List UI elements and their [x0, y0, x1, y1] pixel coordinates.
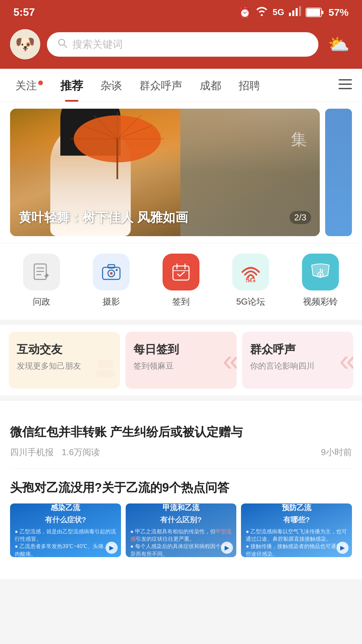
svg-rect-5	[307, 9, 320, 16]
promo-qiandao-deco: «	[223, 345, 237, 375]
img-2-bullets: ● 甲乙之流都具有相似的传染性，但甲型流感引发的症状往往更严重。 ● 每个人感染…	[130, 528, 232, 557]
search-bar[interactable]: 搜索关键词	[47, 32, 318, 57]
news-section: 微信红包并非转账 产生纠纷后或被认定赠与 四川手机报 1.6万阅读 9小时前 头…	[0, 401, 362, 579]
avatar-image: 🐶	[10, 29, 40, 59]
tab-chat[interactable]: 杂谈	[92, 69, 131, 101]
svg-rect-9	[339, 79, 352, 80]
quick-item-caolling[interactable]: 视频彩铃	[302, 254, 339, 308]
quick-item-qiandao[interactable]: 签到	[163, 254, 199, 308]
img-2-main: 有什么区别?	[160, 515, 201, 525]
wifi-icon	[256, 6, 268, 18]
promo-qiandao-sub: 签到领麻豆	[133, 361, 229, 371]
caolling-label: 视频彩铃	[303, 296, 338, 308]
alarm-icon: ⏰	[239, 6, 251, 18]
promo-cards: 互动交友 发现更多知己朋友 每日签到 签到领麻豆 « 群众呼声 你的言论影响四川…	[0, 325, 362, 395]
quick-item-wenzhen[interactable]: 问政	[23, 254, 60, 308]
promo-qiandao-title: 每日签到	[133, 342, 229, 357]
follow-dot	[38, 80, 43, 85]
nav-menu-button[interactable]	[335, 71, 355, 99]
img-1-top: 感染乙流	[51, 503, 80, 513]
search-input[interactable]: 搜索关键词	[72, 38, 123, 51]
signal-label: 5G	[273, 7, 284, 17]
tab-voice[interactable]: 群众呼声	[131, 69, 191, 101]
status-right: ⏰ 5G 57%	[239, 6, 349, 18]
avatar[interactable]: 🐶	[10, 29, 40, 59]
promo-qunzhong-deco: «	[339, 345, 353, 375]
5g-icon: 5G	[232, 254, 269, 290]
news-1-reads: 1.6万阅读	[62, 446, 100, 458]
svg-point-26	[110, 272, 113, 275]
svg-rect-29	[173, 266, 189, 280]
promo-card-qunzhong[interactable]: 群众呼声 你的言论影响四川 «	[242, 332, 353, 389]
wenzhen-label: 问政	[33, 296, 50, 308]
img-1-bullets: ● 乙型流感，就是由乙型流感病毒引起的流行性感冒。 ● 乙流患者多常发热39℃~…	[15, 528, 116, 557]
svg-rect-10	[339, 84, 352, 85]
img-3-main: 有哪些?	[283, 515, 310, 525]
news-2-title: 头孢对乙流没用?关于乙流的9个热点问答	[10, 479, 352, 497]
svg-rect-1	[292, 10, 294, 16]
tab-chengdu[interactable]: 成都	[191, 69, 230, 101]
svg-rect-11	[339, 88, 352, 89]
banner-container: 集	[0, 109, 362, 236]
qiandao-icon	[163, 254, 199, 290]
promo-hudong-title: 互动交友	[17, 342, 112, 357]
svg-point-39	[104, 359, 113, 369]
banner-counter: 2/3	[290, 211, 311, 224]
svg-point-35	[319, 274, 321, 276]
news-2-images: 感染乙流 有什么症状? ● 乙型流感，就是由乙型流感病毒引起的流行性感冒。 ● …	[10, 503, 352, 557]
news-img-2: 甲流和乙流 有什么区别? ● 甲乙之流都具有相似的传染性，但甲型流感引发的症状往…	[126, 503, 237, 557]
svg-point-41	[103, 370, 115, 378]
news-1-meta: 四川手机报 1.6万阅读 9小时前	[10, 446, 352, 458]
qiandao-label: 签到	[172, 296, 190, 308]
caolling-icon	[302, 254, 339, 290]
promo-qunzhong-title: 群众呼声	[250, 342, 345, 357]
news-1-title: 微信红包并非转账 产生纠纷后或被认定赠与	[10, 423, 352, 441]
img-1-main: 有什么症状?	[45, 515, 86, 525]
news-1-time: 9小时前	[321, 446, 352, 458]
svg-line-8	[64, 45, 67, 47]
search-icon	[57, 38, 68, 51]
signal-bars-icon	[289, 6, 301, 18]
nav-tabs: 关注 推荐 杂谈 群众呼声 成都 招聘	[0, 69, 362, 102]
img-2-top: 甲流和乙流	[163, 503, 199, 513]
promo-card-hudong[interactable]: 互动交友 发现更多知己朋友	[9, 332, 120, 389]
news-1-source: 四川手机报	[10, 446, 54, 458]
banner-section: 集	[0, 102, 362, 243]
battery-percent: 57%	[328, 7, 349, 18]
news-item-1[interactable]: 微信红包并非转账 产生纠纷后或被认定赠与 四川手机报 1.6万阅读 9小时前	[10, 413, 352, 469]
status-bar: 5:57 ⏰ 5G 57%	[0, 0, 362, 23]
svg-text:5G: 5G	[246, 276, 255, 282]
tab-recruit[interactable]: 招聘	[230, 69, 269, 101]
tab-recommend[interactable]: 推荐	[52, 69, 92, 102]
news-img-1: 感染乙流 有什么症状? ● 乙型流感，就是由乙型流感病毒引起的流行性感冒。 ● …	[10, 503, 121, 557]
weather-icon[interactable]: ⛅	[325, 31, 352, 58]
svg-point-28	[116, 269, 118, 271]
svg-rect-27	[108, 265, 115, 268]
svg-rect-0	[289, 13, 291, 16]
tab-follow[interactable]: 关注	[7, 69, 52, 101]
promo-hudong-deco	[93, 357, 117, 385]
img-3-play: ▶	[337, 542, 349, 554]
quick-item-5g[interactable]: 5G 5G论坛	[232, 254, 269, 308]
sheying-label: 摄影	[103, 296, 120, 308]
news-img-3: 预防乙流 有哪些? ● 乙型流感病毒以空气飞沫传播为主，也可通过口途、鼻腔黏膜直…	[241, 503, 352, 557]
img-1-play: ▶	[106, 542, 118, 554]
banner-side	[325, 109, 352, 236]
battery-icon	[306, 8, 324, 17]
app-header: 🐶 搜索关键词 ⛅	[0, 23, 362, 69]
promo-card-qiandao[interactable]: 每日签到 签到领麻豆 «	[125, 332, 237, 389]
svg-rect-3	[299, 6, 301, 16]
promo-qunzhong-sub: 你的言论影响四川	[250, 361, 345, 371]
img-3-bullets: ● 乙型流感病毒以空气飞沫传播为主，也可通过口途、鼻腔黏膜直接接触感染。 ● 接…	[246, 528, 347, 557]
5g-label: 5G论坛	[236, 296, 265, 308]
sheying-icon	[93, 254, 130, 290]
banner-main[interactable]: 集	[10, 109, 320, 236]
quick-item-sheying[interactable]: 摄影	[93, 254, 130, 308]
news-item-2[interactable]: 头孢对乙流没用?关于乙流的9个热点问答 感染乙流 有什么症状? ● 乙型流感，就…	[10, 469, 352, 567]
status-time: 5:57	[13, 6, 35, 18]
banner-title: 黄叶轻舞：树下佳人 风雅如画	[19, 209, 188, 226]
svg-rect-2	[296, 8, 298, 16]
svg-rect-6	[321, 11, 323, 14]
wenzhen-icon	[23, 254, 60, 290]
img-3-top: 预防乙流	[282, 503, 311, 513]
